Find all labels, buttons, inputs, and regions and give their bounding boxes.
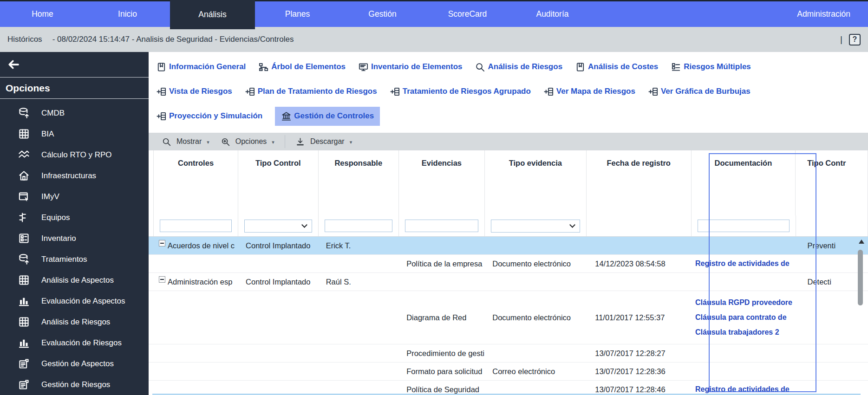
- table-cell: [796, 291, 868, 344]
- documentacion-link[interactable]: Registro de actividades de: [695, 259, 790, 268]
- filter-cell-documentacion: [692, 215, 796, 236]
- sidebar-item-imyv[interactable]: IMyV: [0, 186, 149, 207]
- tab-row-1: Información GeneralÁrbol de ElementosInv…: [156, 57, 868, 77]
- table-cell: [238, 255, 319, 272]
- nav-item-scorecard[interactable]: ScoreCard: [425, 1, 510, 27]
- tab-plan-de-tratamiento-de-riesgos[interactable]: Plan de Tratamiento de Riesgos: [245, 86, 377, 97]
- table-cell: [319, 291, 399, 344]
- sidebar-item-inventario[interactable]: Inventario: [0, 228, 149, 249]
- filter-cell-evidencias: [399, 215, 485, 236]
- tab-ver-mapa-de-riesgos[interactable]: Ver Mapa de Riesgos: [543, 86, 635, 97]
- column-header-controles[interactable]: Controles: [153, 150, 238, 215]
- filter-select-tipo-evidencia[interactable]: [491, 220, 580, 233]
- filter-input-controles[interactable]: [160, 220, 232, 232]
- filter-select-tipo-control[interactable]: [244, 220, 312, 233]
- tab-inventario-de-elementos[interactable]: Inventario de Elementos: [358, 62, 463, 72]
- nav-item-inicio[interactable]: Inicio: [85, 1, 170, 27]
- toolbar-button-mostrar[interactable]: Mostrar▾: [156, 137, 215, 147]
- column-header-tipo-evidencia[interactable]: Tipo evidencia: [485, 150, 587, 215]
- cell-documentacion: Cláusula RGPD proveedoreCláusula para co…: [692, 291, 796, 344]
- column-header-documentacion[interactable]: Documentación: [692, 150, 796, 215]
- tab-riesgos-multiples[interactable]: Riesgos Múltiples: [671, 62, 751, 72]
- filter-input-documentacion[interactable]: [698, 220, 790, 232]
- tab-label: Riesgos Múltiples: [684, 62, 751, 71]
- column-header-tipo-control[interactable]: Tipo Control: [238, 150, 318, 215]
- cell-tipo-evidencia: Documento electrónico: [485, 291, 587, 344]
- table-cell: [319, 381, 399, 395]
- table-cell: [153, 291, 238, 344]
- tab-gestion-de-controles[interactable]: Gestión de Controles: [275, 107, 380, 126]
- sidebar-item-gestion-de-riesgos[interactable]: Gestión de Riesgos: [0, 374, 149, 395]
- tab-analisis-de-riesgos[interactable]: Análisis de Riesgos: [475, 62, 562, 72]
- hierarchy-icon: [18, 211, 30, 224]
- tab-proyeccion-y-simulacion[interactable]: Proyección y Simulación: [156, 111, 262, 122]
- nav-item-planes[interactable]: Planes: [255, 1, 340, 27]
- nav-item-administracion[interactable]: Administración: [779, 1, 868, 27]
- tab-arbol-de-elementos[interactable]: Árbol de Elementos: [258, 62, 346, 72]
- vertical-scrollbar[interactable]: [858, 250, 863, 305]
- filter-input-responsable[interactable]: [325, 220, 392, 232]
- sidebar-collapse-button[interactable]: [0, 52, 149, 78]
- nav-item-home[interactable]: Home: [0, 1, 85, 27]
- nav-item-auditoria[interactable]: Auditoría: [510, 1, 595, 27]
- help-icon[interactable]: ?: [849, 34, 861, 45]
- caret-down-icon: ▾: [350, 139, 352, 145]
- sidebar-item-analisis-de-riesgos[interactable]: Análisis de Riesgos: [0, 311, 149, 332]
- column-header-evidencias[interactable]: Evidencias: [399, 150, 485, 215]
- column-header-tipo-contr[interactable]: Tipo Contr: [796, 150, 868, 215]
- tab-vista-de-riesgos[interactable]: Vista de Riesgos: [156, 86, 232, 97]
- evidence-row[interactable]: Procedimiento de gesti13/07/2017 12:28:2…: [149, 344, 868, 363]
- sidebar-item-bia[interactable]: BIA: [0, 123, 149, 144]
- database-icon: [18, 107, 30, 119]
- content-area: Información GeneralÁrbol de ElementosInv…: [149, 52, 868, 395]
- sidebar-item-calculo-rto-y-rpo[interactable]: Cálculo RTO y RPO: [0, 144, 149, 165]
- cell-documentacion: Registro de actividades de: [692, 255, 796, 272]
- control-group-row[interactable]: Acuerdos de nivel cControl ImplantadoEri…: [149, 237, 868, 255]
- tab-informacion-general[interactable]: Información General: [156, 62, 246, 72]
- collapse-minus-icon[interactable]: [159, 276, 165, 283]
- cell-controles: Administración esp: [153, 273, 238, 291]
- toolbar-button-label: Descargar: [310, 137, 345, 146]
- column-header-fecha-de-registro[interactable]: Fecha de registro: [587, 150, 692, 215]
- documentacion-link[interactable]: Cláusula RGPD proveedore: [695, 298, 792, 307]
- sidebar-item-analisis-de-aspectos[interactable]: Análisis de Aspectos: [0, 270, 149, 291]
- evidence-row[interactable]: Política de la empresaDocumento electrón…: [149, 255, 868, 273]
- table-cell: [587, 273, 692, 291]
- evidence-row[interactable]: Formato para solicitudCorreo electrónico…: [149, 363, 868, 381]
- toolbar-separator: [285, 135, 285, 148]
- sidebar-item-infraestructuras[interactable]: Infraestructuras: [0, 165, 149, 186]
- sidebar-item-evaluacion-de-riesgos[interactable]: Evaluación de Riesgos: [0, 332, 149, 353]
- nav-item-gestion[interactable]: Gestión: [340, 1, 425, 27]
- control-name: Acuerdos de nivel c: [168, 241, 235, 250]
- documentacion-link[interactable]: Registro de actividades de: [695, 385, 790, 394]
- sidebar-item-gestion-de-aspectos[interactable]: Gestión de Aspectos: [0, 353, 149, 374]
- tab-analisis-de-costes[interactable]: Análisis de Costes: [575, 62, 658, 72]
- control-group-row[interactable]: Administración espControl ImplantadoRaúl…: [149, 273, 868, 291]
- tab-tratamiento-de-riesgos-agrupado[interactable]: Tratamiento de Riesgos Agrupado: [390, 86, 531, 97]
- sidebar-title: Opciones: [0, 78, 149, 99]
- table-cell: [238, 363, 319, 380]
- tab-ver-grafica-de-burbujas[interactable]: Ver Gráfica de Burbujas: [648, 86, 751, 97]
- collapse-minus-icon[interactable]: [159, 240, 165, 246]
- documentacion-link[interactable]: Cláusula trabajadores 2: [695, 328, 779, 337]
- plus-window-icon: [648, 86, 659, 97]
- sidebar-items: CMDBBIACálculo RTO y RPOInfraestructuras…: [0, 99, 149, 395]
- sidebar-item-cmdb[interactable]: CMDB: [0, 103, 149, 123]
- evidence-row[interactable]: Política de Seguridad13/07/2017 12:28:46…: [149, 381, 868, 395]
- sidebar-item-equipos[interactable]: Equipos: [0, 207, 149, 228]
- table-cell: [238, 381, 319, 395]
- evidence-row[interactable]: Diagrama de RedDocumento electrónico11/0…: [149, 291, 868, 344]
- toolbar-button-descargar[interactable]: Descargar▾: [290, 137, 358, 147]
- toolbar-button-opciones[interactable]: Opciones▾: [215, 137, 280, 147]
- sidebar-item-tratamientos[interactable]: Tratamientos: [0, 249, 149, 270]
- sidebar-item-evaluacion-de-aspectos[interactable]: Evaluación de Aspectos: [0, 291, 149, 311]
- breadcrumb-section[interactable]: Históricos: [7, 35, 42, 44]
- table-cell: [796, 255, 868, 272]
- filter-input-evidencias[interactable]: [405, 220, 478, 232]
- cell-tipo-evidencia: [485, 381, 587, 395]
- documentacion-link[interactable]: Cláusula para contrato de: [695, 313, 787, 322]
- nav-item-analisis[interactable]: Análisis: [170, 0, 255, 29]
- tab-label: Análisis de Costes: [588, 62, 658, 71]
- scrollbar-up-arrow-icon[interactable]: [859, 240, 864, 244]
- column-header-responsable[interactable]: Responsable: [319, 150, 399, 215]
